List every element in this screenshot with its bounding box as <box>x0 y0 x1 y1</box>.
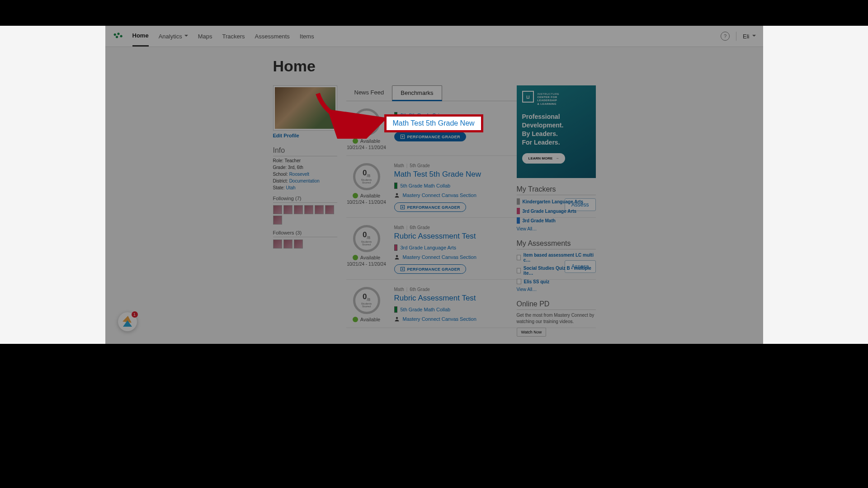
watch-now-button[interactable]: Watch Now <box>517 328 547 337</box>
tracker-item[interactable]: 3rd Grade Math <box>517 217 596 224</box>
date-range: 10/21/24 - 11/20/24 <box>346 145 387 150</box>
svg-point-0 <box>113 33 116 36</box>
trackers-view-all[interactable]: View All… <box>517 226 537 231</box>
grader-icon <box>400 134 405 139</box>
following-avatar[interactable] <box>304 205 313 214</box>
grade-value: 3rd, 6th <box>288 165 303 170</box>
follower-avatar[interactable] <box>273 239 282 249</box>
availability: Available <box>346 193 387 198</box>
following-heading[interactable]: Following (7) <box>273 196 337 203</box>
performance-grader-button[interactable]: PERFORMANCE GRADER <box>394 264 466 274</box>
nav-maps[interactable]: Maps <box>198 27 212 46</box>
tracker-item[interactable]: 3rd Grade Language Arts <box>517 208 596 214</box>
tracker-chip-icon <box>517 217 520 224</box>
page-title: Home <box>273 57 316 75</box>
nav-analytics[interactable]: Analytics <box>159 27 188 46</box>
grader-icon <box>400 267 405 272</box>
person-icon <box>394 192 400 198</box>
promo-logo-icon: ⊔ <box>522 91 534 103</box>
score-gauge: 0/8 StudentsScored <box>353 287 380 314</box>
document-icon <box>517 268 521 273</box>
state-link[interactable]: Utah <box>286 185 295 190</box>
following-label: Following <box>273 196 294 201</box>
following-avatar[interactable] <box>315 205 324 214</box>
nav-items[interactable]: Items <box>300 27 314 46</box>
top-nav: Home Analytics Maps Trackers Assessments… <box>105 26 763 47</box>
role-value: Teacher <box>284 158 301 163</box>
profile-column: Edit Profile Info Role: Teacher Grade: 3… <box>273 85 337 328</box>
promo-cta-button[interactable]: LEARN MORE → <box>522 153 566 164</box>
tab-news-feed[interactable]: News Feed <box>346 85 392 101</box>
svg-point-2 <box>115 36 118 38</box>
avatar-frame <box>273 85 337 131</box>
assessment-item[interactable]: Item based assessment LC multi c… <box>517 253 596 263</box>
nav-assessments[interactable]: Assessments <box>255 27 290 46</box>
info-heading: Info <box>273 146 337 156</box>
following-avatar[interactable] <box>325 205 334 214</box>
online-pd-desc: Get the most from Mastery Connect by wat… <box>517 312 596 324</box>
document-icon <box>517 255 521 260</box>
performance-grader-button[interactable]: PERFORMANCE GRADER <box>394 202 466 212</box>
user-menu[interactable]: Eli <box>743 33 755 40</box>
availability: Available <box>346 317 387 322</box>
document-icon <box>517 279 521 284</box>
score-gauge: 0/8 StudentsScored <box>353 108 380 136</box>
date-range: 10/21/24 - 11/20/24 <box>346 200 387 205</box>
follower-avatar[interactable] <box>294 239 303 249</box>
school-label: School: <box>273 172 288 177</box>
follower-avatar[interactable] <box>283 239 292 249</box>
app-logo[interactable] <box>113 32 124 40</box>
performance-grader-button[interactable]: PERFORMANCE GRADER <box>394 132 466 141</box>
tracker-chip-icon <box>517 208 520 214</box>
highlight-callout[interactable]: Math Test 5th Grade New <box>384 114 483 132</box>
status-dot-icon <box>353 317 358 322</box>
followers-heading[interactable]: Followers (3) <box>273 230 337 237</box>
tracker-chip-icon <box>394 244 397 251</box>
role-label: Role: <box>273 158 283 163</box>
help-icon[interactable]: ? <box>721 32 730 41</box>
promo-brand: INSTRUCTURECENTER FORLEADERSHIP& LEARNIN… <box>538 93 560 106</box>
floating-help-badge[interactable]: 1 <box>118 312 137 331</box>
status-dot-icon <box>353 138 358 144</box>
my-assessments-heading: My Assessments <box>517 239 596 249</box>
person-icon <box>394 316 400 322</box>
my-trackers-heading: My Trackers <box>517 185 596 195</box>
promo-tagline: ProfessionalDevelopment.By Leaders.For L… <box>522 113 590 147</box>
status-dot-icon <box>353 193 358 198</box>
assessment-item[interactable]: Social Studies Quiz B - multiple ite… <box>517 266 596 276</box>
tracker-chip-icon <box>394 306 397 313</box>
district-label: District: <box>273 178 288 183</box>
school-link[interactable]: Roosevelt <box>289 172 309 177</box>
nav-home[interactable]: Home <box>132 26 149 47</box>
availability: Available <box>346 138 387 144</box>
tracker-chip-icon <box>517 198 520 205</box>
svg-point-8 <box>396 255 398 258</box>
status-dot-icon <box>353 255 358 260</box>
score-gauge: 0/8 StudentsScored <box>353 225 380 252</box>
assessments-view-all[interactable]: View All… <box>517 287 537 292</box>
district-link[interactable]: Documentation <box>289 178 320 183</box>
following-avatar[interactable] <box>273 216 282 225</box>
badge-count: 1 <box>132 311 138 318</box>
following-avatar[interactable] <box>294 205 303 214</box>
avatar[interactable] <box>275 87 335 129</box>
right-column: ⊔ INSTRUCTURECENTER FORLEADERSHIP& LEARN… <box>517 85 596 344</box>
svg-point-6 <box>396 193 398 196</box>
following-avatar[interactable] <box>283 205 292 214</box>
tracker-item[interactable]: Kindergarten Language Arts <box>517 198 596 205</box>
promo-card[interactable]: ⊔ INSTRUCTURECENTER FORLEADERSHIP& LEARN… <box>517 85 596 178</box>
score-gauge: 0/8 StudentsScored <box>353 163 380 190</box>
svg-point-1 <box>117 33 119 35</box>
following-avatar[interactable] <box>273 205 282 214</box>
followers-count: (3) <box>296 230 302 235</box>
grader-icon <box>400 205 405 210</box>
assessment-item[interactable]: Elis SS quiz <box>517 279 596 284</box>
highlight-title: Math Test 5th Grade New <box>393 119 475 127</box>
following-count: (7) <box>295 196 301 201</box>
nav-trackers[interactable]: Trackers <box>222 27 245 46</box>
svg-point-10 <box>396 317 398 319</box>
divider <box>736 32 736 41</box>
edit-profile-link[interactable]: Edit Profile <box>273 133 299 138</box>
tab-benchmarks[interactable]: Benchmarks <box>392 85 442 101</box>
date-range: 10/21/24 - 11/20/24 <box>346 262 387 267</box>
